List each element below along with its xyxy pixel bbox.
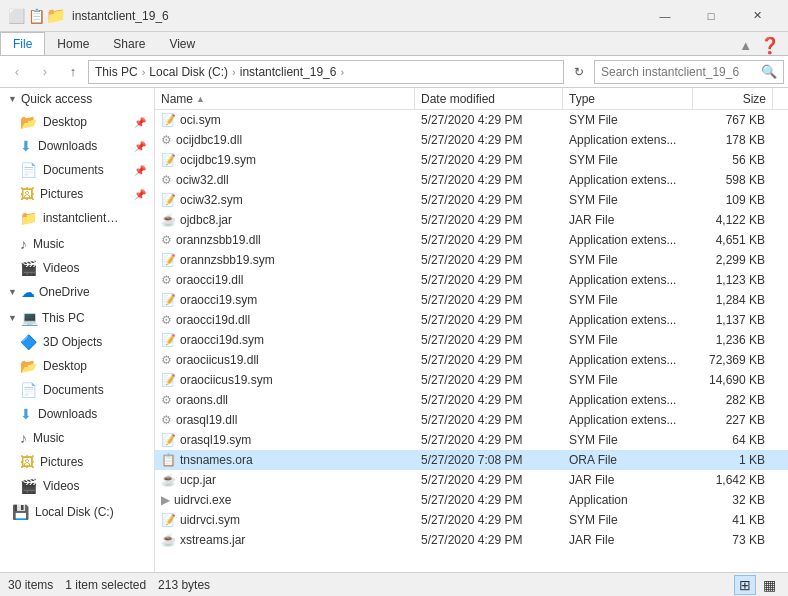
sidebar-item-downloads-qa[interactable]: ⬇ Downloads 📌 (0, 134, 154, 158)
sidebar-item-3dobjects[interactable]: 🔷 3D Objects (0, 330, 154, 354)
col-header-date[interactable]: Date modified (415, 88, 563, 109)
cell-name: 📝 orasql19.sym (155, 433, 415, 447)
sidebar-onedrive-header[interactable]: ▼ ☁ OneDrive (0, 280, 154, 304)
tab-share[interactable]: Share (101, 33, 157, 55)
sidebar-item-videos-qa[interactable]: 🎬 Videos (0, 256, 154, 280)
file-icon: 📝 (161, 333, 176, 347)
large-icons-button[interactable]: ▦ (758, 575, 780, 595)
table-row[interactable]: ☕ ojdbc8.jar 5/27/2020 4:29 PM JAR File … (155, 210, 788, 230)
ribbon-collapse-btn[interactable]: ▲ (739, 38, 752, 53)
table-row[interactable]: ⚙ oraociicus19.dll 5/27/2020 4:29 PM App… (155, 350, 788, 370)
col-header-name[interactable]: Name ▲ (155, 88, 415, 109)
table-row[interactable]: 📝 ocijdbc19.sym 5/27/2020 4:29 PM SYM Fi… (155, 150, 788, 170)
sidebar-item-videos-pc[interactable]: 🎬 Videos (0, 474, 154, 498)
table-row[interactable]: 📋 tnsnames.ora 5/27/2020 7:08 PM ORA Fil… (155, 450, 788, 470)
search-input[interactable] (601, 65, 761, 79)
file-icon: ⚙ (161, 353, 172, 367)
cell-name: 📝 oraocci19d.sym (155, 333, 415, 347)
file-icon: ☕ (161, 473, 176, 487)
table-row[interactable]: 📝 orasql19.sym 5/27/2020 4:29 PM SYM Fil… (155, 430, 788, 450)
sidebar-item-documents-pc[interactable]: 📄 Documents (0, 378, 154, 402)
close-button[interactable]: ✕ (734, 0, 780, 32)
sidebar-quickaccess-header[interactable]: ▼ Quick access (0, 88, 154, 110)
table-row[interactable]: 📝 uidrvci.sym 5/27/2020 4:29 PM SYM File… (155, 510, 788, 530)
sidebar-item-music-pc[interactable]: ♪ Music (0, 426, 154, 450)
table-row[interactable]: ▶ uidrvci.exe 5/27/2020 4:29 PM Applicat… (155, 490, 788, 510)
cell-name: ☕ xstreams.jar (155, 533, 415, 547)
sort-arrow-name: ▲ (196, 94, 205, 104)
downloads-pc-label: Downloads (38, 407, 97, 421)
table-row[interactable]: 📝 oraocci19d.sym 5/27/2020 4:29 PM SYM F… (155, 330, 788, 350)
file-icon: ▶ (161, 493, 170, 507)
item-count: 30 items (8, 578, 53, 592)
pin-icon-pictures: 📌 (134, 189, 146, 200)
table-row[interactable]: ⚙ orannzsbb19.dll 5/27/2020 4:29 PM Appl… (155, 230, 788, 250)
file-icon: 📝 (161, 433, 176, 447)
table-row[interactable]: 📝 oraocci19.sym 5/27/2020 4:29 PM SYM Fi… (155, 290, 788, 310)
table-row[interactable]: ⚙ orasql19.dll 5/27/2020 4:29 PM Applica… (155, 410, 788, 430)
sidebar-item-documents-qa[interactable]: 📄 Documents 📌 (0, 158, 154, 182)
file-icon: 📝 (161, 293, 176, 307)
sidebar-item-instantclient-qa[interactable]: 📁 instantclient_19_ (0, 206, 154, 230)
col-header-size[interactable]: Size (693, 88, 773, 109)
table-row[interactable]: ⚙ ocijdbc19.dll 5/27/2020 4:29 PM Applic… (155, 130, 788, 150)
file-icon: ⚙ (161, 313, 172, 327)
tab-file[interactable]: File (0, 32, 45, 55)
sidebar-item-pictures-qa[interactable]: 🖼 Pictures 📌 (0, 182, 154, 206)
minimize-button[interactable]: — (642, 0, 688, 32)
sidebar-thispc-header[interactable]: ▼ 💻 This PC (0, 306, 154, 330)
sidebar-item-music-qa[interactable]: ♪ Music (0, 232, 154, 256)
cell-size: 1,284 KB (693, 293, 773, 307)
pin-icon-downloads: 📌 (134, 141, 146, 152)
cell-date: 5/27/2020 4:29 PM (415, 353, 563, 367)
tab-view[interactable]: View (157, 33, 207, 55)
table-row[interactable]: 📝 orannzsbb19.sym 5/27/2020 4:29 PM SYM … (155, 250, 788, 270)
forward-button[interactable]: › (32, 59, 58, 85)
table-row[interactable]: 📝 oraociicus19.sym 5/27/2020 4:29 PM SYM… (155, 370, 788, 390)
title-bar-icon-1: ⬜ (8, 8, 24, 24)
cell-date: 5/27/2020 4:29 PM (415, 373, 563, 387)
table-row[interactable]: ⚙ oraocci19d.dll 5/27/2020 4:29 PM Appli… (155, 310, 788, 330)
sidebar-item-desktop[interactable]: 📂 Desktop 📌 (0, 110, 154, 134)
filename: oraocci19.sym (180, 293, 257, 307)
music-label-qa: Music (33, 237, 64, 251)
details-view-button[interactable]: ⊞ (734, 575, 756, 595)
sidebar-section-thispc: ▼ 💻 This PC 🔷 3D Objects 📂 Desktop 📄 Doc… (0, 306, 154, 498)
cell-type: Application extens... (563, 353, 693, 367)
table-row[interactable]: ☕ ucp.jar 5/27/2020 4:29 PM JAR File 1,6… (155, 470, 788, 490)
cell-size: 64 KB (693, 433, 773, 447)
sidebar-item-downloads-pc[interactable]: ⬇ Downloads (0, 402, 154, 426)
cell-name: 📋 tnsnames.ora (155, 453, 415, 467)
cell-name: 📝 oraociicus19.sym (155, 373, 415, 387)
col-header-type[interactable]: Type (563, 88, 693, 109)
help-button[interactable]: ❓ (760, 36, 780, 55)
maximize-button[interactable]: □ (688, 0, 734, 32)
table-row[interactable]: ⚙ oraocci19.dll 5/27/2020 4:29 PM Applic… (155, 270, 788, 290)
sidebar-item-localdisk[interactable]: 💾 Local Disk (C:) (0, 500, 154, 524)
refresh-button[interactable]: ↻ (566, 59, 592, 85)
cell-size: 598 KB (693, 173, 773, 187)
filename: tnsnames.ora (180, 453, 253, 467)
table-row[interactable]: 📝 ociw32.sym 5/27/2020 4:29 PM SYM File … (155, 190, 788, 210)
cell-name: ⚙ oraons.dll (155, 393, 415, 407)
sidebar-item-desktop-pc[interactable]: 📂 Desktop (0, 354, 154, 378)
pictures-icon-qa: 🖼 (20, 186, 34, 202)
breadcrumb-folder: instantclient_19_6 (240, 65, 337, 79)
breadcrumb[interactable]: This PC › Local Disk (C:) › instantclien… (88, 60, 564, 84)
table-row[interactable]: ⚙ oraons.dll 5/27/2020 4:29 PM Applicati… (155, 390, 788, 410)
table-row[interactable]: ⚙ ociw32.dll 5/27/2020 4:29 PM Applicati… (155, 170, 788, 190)
filename: oraons.dll (176, 393, 228, 407)
cell-size: 41 KB (693, 513, 773, 527)
3dobjects-label: 3D Objects (43, 335, 102, 349)
back-button[interactable]: ‹ (4, 59, 30, 85)
desktop-pc-icon: 📂 (20, 358, 37, 374)
tab-home[interactable]: Home (45, 33, 101, 55)
table-row[interactable]: ☕ xstreams.jar 5/27/2020 4:29 PM JAR Fil… (155, 530, 788, 550)
table-row[interactable]: 📝 oci.sym 5/27/2020 4:29 PM SYM File 767… (155, 110, 788, 130)
cell-size: 72,369 KB (693, 353, 773, 367)
sidebar-item-pictures-pc[interactable]: 🖼 Pictures (0, 450, 154, 474)
file-icon: 📝 (161, 373, 176, 387)
up-button[interactable]: ↑ (60, 59, 86, 85)
cell-date: 5/27/2020 4:29 PM (415, 133, 563, 147)
cell-type: JAR File (563, 533, 693, 547)
